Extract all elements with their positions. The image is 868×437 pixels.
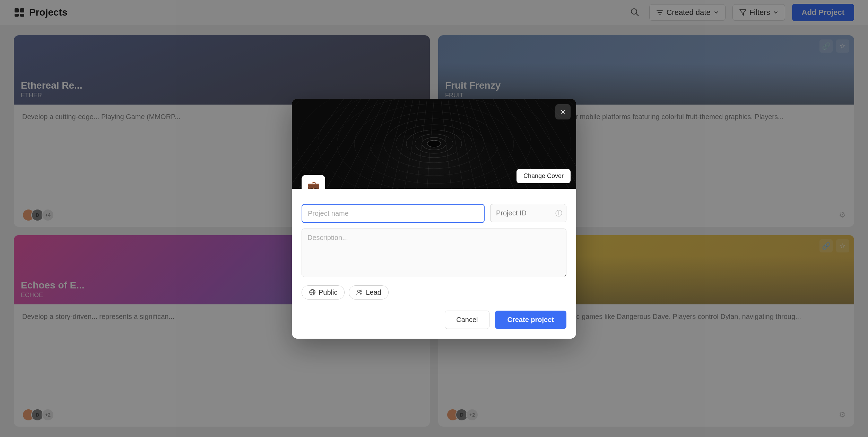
modal-overlay[interactable]: × Change Cover 💼 ⓘ bbox=[0, 0, 868, 437]
change-cover-button[interactable]: Change Cover bbox=[517, 169, 571, 183]
project-emoji: 💼 bbox=[307, 180, 320, 189]
tag-public-label: Public bbox=[319, 288, 337, 296]
tag-lead-button[interactable]: Lead bbox=[349, 285, 389, 300]
cancel-button[interactable]: Cancel bbox=[445, 311, 489, 329]
project-description-input[interactable] bbox=[302, 229, 566, 277]
project-id-input[interactable] bbox=[490, 204, 566, 222]
modal-actions-row: Cancel Create project bbox=[302, 311, 566, 329]
modal-tags-row: Public Lead bbox=[302, 285, 566, 300]
create-project-modal: × Change Cover 💼 ⓘ bbox=[292, 99, 576, 339]
project-name-input[interactable] bbox=[302, 204, 485, 223]
svg-point-54 bbox=[361, 290, 362, 292]
tag-public-button[interactable]: Public bbox=[302, 285, 345, 300]
tag-lead-label: Lead bbox=[366, 288, 381, 296]
modal-close-button[interactable]: × bbox=[555, 104, 571, 119]
modal-body: ⓘ Public bbox=[292, 189, 576, 339]
modal-cover: × Change Cover 💼 bbox=[292, 99, 576, 189]
info-icon[interactable]: ⓘ bbox=[555, 209, 562, 218]
modal-project-icon[interactable]: 💼 bbox=[302, 175, 325, 189]
svg-point-53 bbox=[358, 290, 360, 293]
project-id-wrapper: ⓘ bbox=[490, 204, 566, 223]
close-icon: × bbox=[561, 107, 565, 117]
globe-icon bbox=[309, 289, 316, 296]
modal-fields-row: ⓘ bbox=[302, 204, 566, 223]
people-icon bbox=[356, 289, 363, 296]
create-project-button[interactable]: Create project bbox=[495, 311, 567, 329]
